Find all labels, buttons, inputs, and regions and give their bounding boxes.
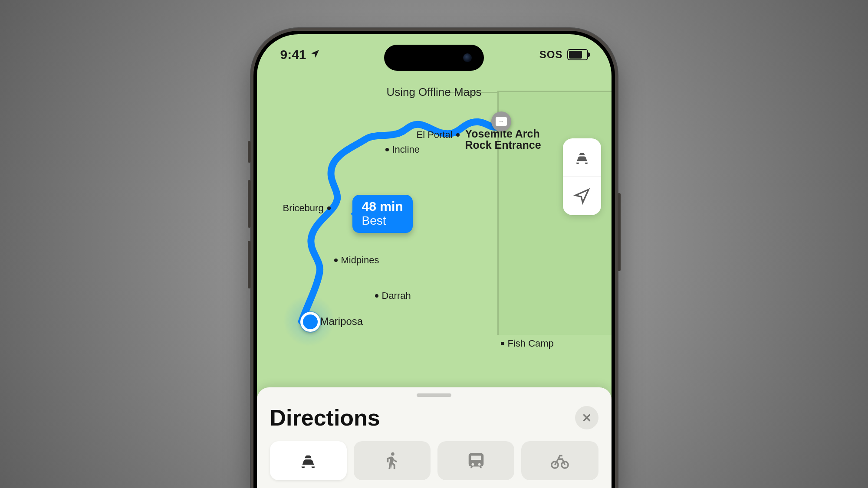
phone-volume-down — [248, 241, 251, 288]
dynamic-island — [384, 45, 484, 71]
phone-power-button — [618, 193, 621, 271]
status-time: 9:41 — [280, 47, 306, 62]
place-mariposa[interactable]: Mariposa — [320, 315, 363, 328]
place-fish-camp[interactable]: Fish Camp — [501, 338, 554, 349]
place-el-portal[interactable]: El Portal — [417, 129, 460, 141]
directions-sheet[interactable]: Directions — [257, 387, 612, 488]
car-icon — [298, 451, 318, 471]
close-button[interactable] — [575, 406, 598, 429]
destination-pin[interactable]: → — [491, 111, 511, 131]
status-network-label: SOS — [539, 49, 563, 61]
mode-walk[interactable] — [354, 441, 431, 480]
walk-icon — [382, 451, 402, 471]
recenter-button[interactable] — [563, 177, 601, 215]
route-quality: Best — [362, 214, 403, 228]
mode-bike[interactable] — [521, 441, 598, 480]
current-location-dot[interactable] — [300, 312, 320, 332]
offline-banner: Using Offline Maps — [386, 85, 481, 99]
place-incline[interactable]: Incline — [385, 144, 420, 155]
route-callout[interactable]: 48 min Best — [352, 195, 413, 233]
place-briceburg[interactable]: Briceburg — [283, 203, 331, 214]
sheet-grabber[interactable] — [417, 393, 451, 397]
mode-car[interactable] — [270, 441, 347, 480]
phone-frame: 9:41 SOS Using Offline Maps — [251, 28, 618, 488]
place-destination[interactable]: Yosemite Arch Rock Entrance — [465, 128, 541, 151]
transport-modes — [270, 441, 598, 480]
entrance-icon: → — [496, 117, 507, 126]
map-mode-button[interactable] — [563, 138, 601, 177]
place-midpines[interactable]: Midpines — [334, 255, 379, 266]
map-controls — [563, 138, 601, 215]
close-icon — [581, 412, 592, 423]
transit-icon — [466, 451, 486, 471]
mode-transit[interactable] — [437, 441, 514, 480]
screen: 9:41 SOS Using Offline Maps — [257, 34, 612, 488]
svg-point-0 — [391, 452, 395, 456]
place-darrah[interactable]: Darrah — [375, 290, 411, 301]
battery-icon — [567, 49, 588, 60]
sheet-title: Directions — [270, 405, 380, 431]
bike-icon — [550, 451, 570, 471]
phone-volume-up — [248, 180, 251, 228]
phone-side-button — [248, 141, 251, 163]
location-services-icon — [310, 47, 320, 62]
route-time: 48 min — [362, 199, 403, 214]
